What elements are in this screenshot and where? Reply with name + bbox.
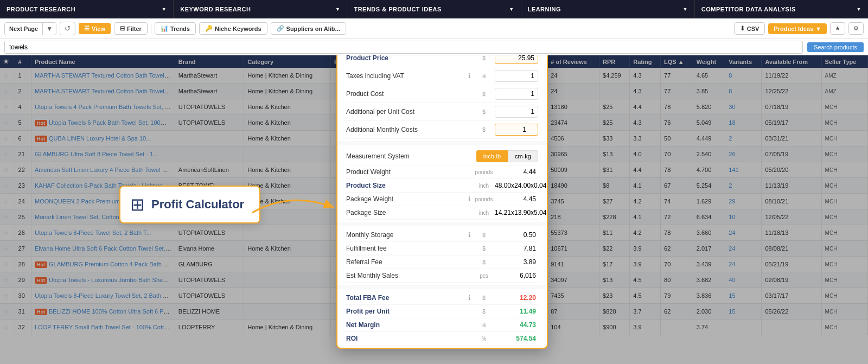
profit-per-unit-value: 11.49 <box>495 308 538 315</box>
calculator-icon: ⊞ <box>130 194 145 215</box>
taxes-input[interactable] <box>495 70 538 82</box>
refresh-button[interactable]: ↺ <box>60 22 75 35</box>
section-divider-1 <box>337 141 547 145</box>
roi-row: ROI % 574.54 <box>346 332 538 346</box>
settings-button[interactable]: ⚙ <box>848 22 864 35</box>
total-fba-info-icon: ℹ <box>468 294 471 302</box>
total-fba-currency: $ <box>473 295 495 301</box>
view-icon: ☰ <box>84 25 90 32</box>
suppliers-button[interactable]: 🔗 Suppliers on Alib... <box>271 22 346 35</box>
package-size-unit: inch <box>473 210 495 216</box>
filter-icon: ⊟ <box>120 25 125 32</box>
product-ideas-chevron: ▼ <box>815 25 821 32</box>
referral-currency: $ <box>473 259 495 265</box>
profit-calculator-modal: Profit Calculator × Product Price $ Taxe… <box>336 55 548 349</box>
tooltip-text: Profit Calculator <box>151 197 244 212</box>
product-cost-row: Product Cost $ <box>346 85 538 103</box>
package-size-label: Package Size <box>346 209 473 216</box>
search-button[interactable]: Search products <box>807 42 864 52</box>
product-size-value: 48.00x24.00x0.04 <box>495 182 538 189</box>
profit-per-unit-row: Profit per Unit $ 11.49 <box>346 305 538 318</box>
est-monthly-sales-row: Est Monthly Sales pcs 6,016 <box>346 269 538 283</box>
package-weight-label: Package Weight <box>346 195 468 203</box>
measurement-label: Measurement System <box>346 152 476 160</box>
niche-keywords-button[interactable]: 🔑 Niche Keywords <box>199 22 267 35</box>
nav-keyword-research-label: KEYWORD RESEARCH <box>180 6 251 12</box>
product-weight-unit: pounds <box>473 169 495 175</box>
next-page-label: Next Page <box>5 23 42 34</box>
profit-per-unit-currency: $ <box>473 309 495 315</box>
additional-monthly-input[interactable] <box>495 124 538 136</box>
toolbar-right: ⬇ CSV Product Ideas ▼ ★ ⚙ <box>734 22 864 35</box>
csv-button[interactable]: ⬇ CSV <box>734 22 765 35</box>
fulfillment-value: 7.81 <box>495 245 538 252</box>
toolbar: Next Page ▼ ↺ ☰ View ⊟ Filter 📊 Trends 🔑… <box>0 18 868 39</box>
roi-value: 574.54 <box>495 335 538 342</box>
taxes-label: Taxes including VAT <box>346 72 468 80</box>
roi-label: ROI <box>346 335 473 342</box>
profit-calculator-tooltip: ⊞ Profit Calculator <box>119 186 260 223</box>
product-weight-label: Product Weight <box>346 168 473 176</box>
nav-chevron-3: ▼ <box>682 7 687 12</box>
product-ideas-button[interactable]: Product Ideas ▼ <box>768 23 827 34</box>
nav-trends-label: TRENDS & PRODUCT IDEAS <box>354 6 441 12</box>
additional-per-unit-currency: $ <box>473 109 495 115</box>
monthly-storage-currency: $ <box>473 232 495 238</box>
est-monthly-sales-unit: pcs <box>473 273 495 279</box>
product-cost-label: Product Cost <box>346 90 473 98</box>
nav-keyword-research[interactable]: KEYWORD RESEARCH ▼ <box>174 0 347 18</box>
nav-chevron-2: ▼ <box>509 7 514 12</box>
referral-label: Referral Fee <box>346 258 473 266</box>
total-fba-label: Total FBA Fee <box>346 294 468 302</box>
additional-per-unit-row: Additional per Unit Cost $ <box>346 103 538 121</box>
additional-per-unit-label: Additional per Unit Cost <box>346 108 473 116</box>
product-size-label: Product Size <box>346 182 473 189</box>
product-weight-value: 4.44 <box>495 168 538 176</box>
view-button[interactable]: ☰ View <box>79 23 111 34</box>
nav-competitor-data[interactable]: COMPETITOR DATA ANALYSIS ▼ <box>695 0 868 18</box>
total-fba-row: Total FBA Fee ℹ $ 12.20 <box>346 291 538 305</box>
section-divider-3 <box>337 285 547 289</box>
product-price-input[interactable] <box>495 55 538 64</box>
nav-chevron-4: ▼ <box>857 7 861 12</box>
star-button[interactable]: ★ <box>830 22 845 35</box>
search-input[interactable] <box>4 41 803 54</box>
cm-kg-button[interactable]: cm-kg <box>508 150 538 162</box>
additional-monthly-row: Additional Monthly Costs $ <box>346 121 538 139</box>
package-weight-info-icon: ℹ <box>468 195 471 203</box>
product-cost-input[interactable] <box>495 88 538 100</box>
additional-monthly-currency: $ <box>473 127 495 133</box>
suppliers-icon: 🔗 <box>277 25 284 32</box>
net-margin-row: Net Margin % 44.73 <box>346 318 538 332</box>
package-size-value: 14.21x13.90x5.04 <box>495 209 538 216</box>
modal-body: Product Price $ Taxes including VAT ℹ % … <box>337 55 547 348</box>
additional-per-unit-input[interactable] <box>495 106 538 118</box>
taxes-unit: % <box>473 73 495 79</box>
fulfillment-currency: $ <box>473 246 495 252</box>
nav-learning-label: LEARNING <box>528 6 561 12</box>
profit-per-unit-label: Profit per Unit <box>346 308 473 315</box>
referral-value: 3.89 <box>495 258 538 266</box>
next-page-group: Next Page ▼ <box>4 22 56 35</box>
next-page-chevron[interactable]: ▼ <box>42 23 56 35</box>
table-container: ★ # Product Name Brand Category Product … <box>0 55 868 364</box>
inch-lb-button[interactable]: inch-lb <box>476 150 508 162</box>
trends-button[interactable]: 📊 Trends <box>155 22 196 35</box>
package-weight-row: Package Weight ℹ pounds 4.45 <box>346 193 538 206</box>
nav-trends-product-ideas[interactable]: TRENDS & PRODUCT IDEAS ▼ <box>347 0 521 18</box>
monthly-storage-label: Monthly Storage <box>346 231 468 239</box>
nav-product-research-label: PRODUCT RESEARCH <box>7 6 75 12</box>
nav-product-research[interactable]: PRODUCT RESEARCH ▼ <box>0 0 174 18</box>
fulfillment-row: Fulfillment fee $ 7.81 <box>346 242 538 256</box>
nav-chevron-0: ▼ <box>162 7 167 12</box>
monthly-storage-value: 0.50 <box>495 231 538 239</box>
net-margin-label: Net Margin <box>346 321 473 329</box>
filter-button[interactable]: ⊟ Filter <box>114 22 148 35</box>
package-weight-value: 4.45 <box>495 195 538 203</box>
measurement-toggle: inch-lb cm-kg <box>476 150 538 162</box>
net-margin-unit: % <box>473 322 495 328</box>
tooltip-arrow <box>247 180 344 234</box>
product-price-currency: $ <box>473 55 495 61</box>
nav-chevron-1: ▼ <box>335 7 340 12</box>
nav-learning[interactable]: LEARNING ▼ <box>521 0 695 18</box>
